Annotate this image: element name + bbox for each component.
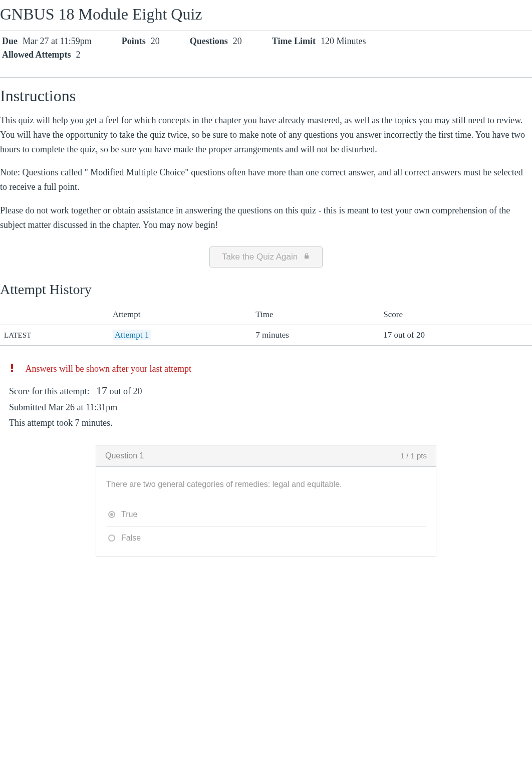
question-text: There are two general categories of reme…: [106, 480, 426, 489]
attempt-history-heading: Attempt History: [0, 282, 532, 298]
exclamation-icon: [9, 364, 16, 374]
points-label: Points: [122, 36, 146, 47]
score-of: out of 20: [109, 386, 142, 396]
meta-due: Due Mar 27 at 11:59pm: [2, 36, 92, 47]
instructions-heading: Instructions: [0, 77, 532, 105]
questions-label: Questions: [190, 36, 228, 47]
lock-icon: [303, 252, 310, 262]
take-quiz-label: Take the Quiz Again: [222, 252, 298, 262]
instructions-p1: This quiz will help you get a feel for w…: [0, 113, 532, 156]
svg-rect-0: [11, 364, 13, 369]
attempt-time: 7 minutes: [251, 325, 379, 346]
questions-value: 20: [233, 36, 242, 47]
duration-line: This attempt took 7 minutes.: [9, 415, 532, 431]
meta-timelimit: Time Limit 120 Minutes: [272, 36, 366, 47]
instructions-p2: Note: Questions called " Modified Multip…: [0, 165, 532, 194]
radio-unselected-icon: [108, 535, 115, 542]
score-block: Score for this attempt: 17 out of 20 Sub…: [9, 381, 532, 431]
meta-questions: Questions 20: [190, 36, 242, 47]
attempt-score: 17 out of 20: [379, 325, 532, 346]
col-score: Score: [379, 305, 532, 325]
question-header: Question 1 1 / 1 pts: [96, 445, 436, 467]
col-time: Time: [251, 305, 379, 325]
timelimit-label: Time Limit: [272, 36, 316, 47]
quiz-meta-block: Due Mar 27 at 11:59pm Points 20 Question…: [0, 31, 532, 66]
score-number: 17: [96, 384, 107, 397]
meta-points: Points 20: [122, 36, 160, 47]
due-label: Due: [2, 36, 18, 47]
answer-false-label: False: [121, 534, 141, 543]
points-value: 20: [151, 36, 160, 47]
answer-true-label: True: [121, 510, 137, 519]
instructions-body: This quiz will help you get a feel for w…: [0, 113, 532, 232]
question-points: 1 / 1 pts: [400, 451, 427, 460]
take-quiz-again-button[interactable]: Take the Quiz Again: [209, 246, 323, 268]
submitted-line: Submitted Mar 26 at 11:31pm: [9, 400, 532, 415]
instructions-p3: Please do not work together or obtain as…: [0, 203, 532, 232]
question-card: Question 1 1 / 1 pts There are two gener…: [96, 445, 436, 557]
score-label: Score for this attempt:: [9, 386, 89, 396]
answers-list: True False: [106, 503, 426, 550]
table-header-row: Attempt Time Score: [0, 305, 532, 325]
page-title: GNBUS 18 Module Eight Quiz: [0, 5, 532, 24]
attempts-label: Allowed Attempts: [2, 50, 71, 60]
alert-area: Answers will be shown after your last at…: [9, 364, 532, 374]
question-label: Question 1: [105, 451, 144, 460]
timelimit-value: 120 Minutes: [321, 36, 366, 47]
svg-rect-1: [11, 370, 13, 372]
alert-message: Answers will be shown after your last at…: [25, 364, 191, 374]
attempt-history-table: Attempt Time Score LATEST Attempt 1 7 mi…: [0, 305, 532, 346]
latest-label: LATEST: [0, 325, 109, 346]
meta-attempts: Allowed Attempts 2: [2, 50, 81, 60]
answer-false-row[interactable]: False: [106, 527, 426, 550]
attempts-value: 2: [76, 50, 81, 60]
question-body: There are two general categories of reme…: [96, 467, 436, 557]
radio-selected-icon: [108, 511, 115, 518]
due-value: Mar 27 at 11:59pm: [23, 36, 92, 47]
answer-true-row[interactable]: True: [106, 503, 426, 527]
col-attempt: Attempt: [109, 305, 252, 325]
table-row: LATEST Attempt 1 7 minutes 17 out of 20: [0, 325, 532, 346]
attempt-link[interactable]: Attempt 1: [113, 330, 151, 340]
